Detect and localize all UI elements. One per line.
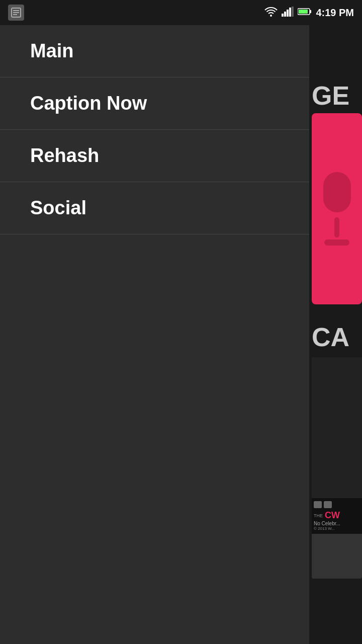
drawer-item-main[interactable]: Main [0,25,309,77]
battery-icon [298,8,312,18]
status-bar-left [8,5,24,21]
app-icon [8,5,24,21]
svg-rect-8 [292,7,294,17]
cw-letters: CW [325,510,340,521]
svg-rect-6 [287,10,289,17]
drawer-item-caption-now[interactable]: Caption Now [0,77,309,130]
right-panel: GE CA THE CW No Celebr... [309,25,362,644]
app-container: Main Caption Now Rehash Social GE CA [0,25,362,644]
svg-rect-7 [289,8,291,17]
wifi-icon [264,7,278,19]
svg-rect-11 [299,10,308,14]
svg-rect-4 [282,14,284,17]
right-panel-heading-2: CA [312,322,349,352]
mic-base [324,239,349,246]
the-text: THE [314,513,323,518]
cw-logo: THE CW [314,510,360,521]
right-panel-heading-1: GE [312,80,349,111]
drawer-menu: Main Caption Now Rehash Social [0,25,309,644]
nav-icon-2 [324,501,332,508]
mic-stand [334,217,339,237]
mic-body [323,172,351,212]
svg-rect-3 [13,14,17,15]
svg-rect-2 [13,12,19,13]
bottom-image-area: THE CW No Celebr... © 2013 W... [312,357,362,579]
drawer-item-rehash[interactable]: Rehash [0,130,309,182]
copyright-text: © 2013 W... [314,526,360,531]
status-time: 4:19 PM [316,7,354,19]
svg-rect-1 [13,10,19,11]
microphone-image [312,113,362,304]
status-bar: 4:19 PM [0,0,362,25]
svg-rect-5 [284,12,286,17]
status-bar-right: 4:19 PM [264,7,354,19]
drawer-item-social[interactable]: Social [0,182,309,234]
bottom-image-dark [312,357,362,498]
bottom-image-logo-area: THE CW No Celebr... © 2013 W... [312,498,362,534]
nav-icon-1 [314,501,322,508]
no-celeb-text: No Celebr... [314,521,360,526]
signal-icon [282,7,294,19]
svg-rect-10 [310,10,311,13]
